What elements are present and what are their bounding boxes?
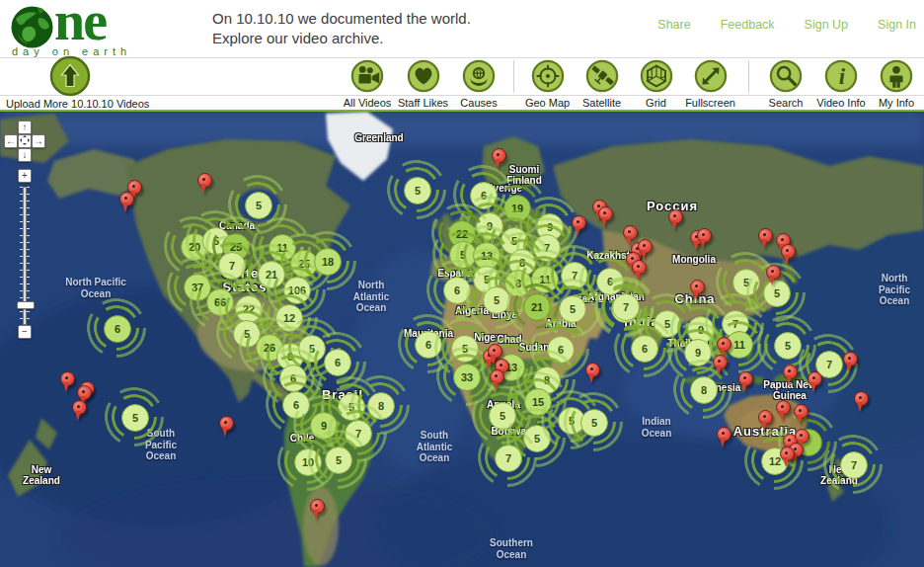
video-pin-marker[interactable] <box>783 364 798 379</box>
cluster-count: 5 <box>404 177 431 204</box>
pan-left-button[interactable]: ← <box>4 134 18 148</box>
zoom-slider-handle[interactable] <box>17 301 35 309</box>
toolbar-item-satellite[interactable]: Satellite <box>575 58 629 109</box>
heart-icon <box>407 58 440 94</box>
header-links: ShareFeedbackSign UpSign In <box>657 18 916 32</box>
toolbar-item-label: Staff Likes <box>398 97 448 109</box>
cluster-count: 5 <box>580 409 608 437</box>
video-pin-marker[interactable] <box>585 363 600 377</box>
video-pin-marker[interactable] <box>310 499 325 514</box>
video-pin-marker[interactable] <box>572 215 586 230</box>
toolbar-item-label: Grid <box>646 97 666 109</box>
video-pin-marker[interactable] <box>795 429 809 444</box>
link-sign-up[interactable]: Sign Up <box>805 18 848 32</box>
toolbar-item-video-info[interactable]: iVideo Info <box>813 58 869 109</box>
header: ne day on earth On 10.10.10 we documente… <box>0 0 924 58</box>
toolbar-item-label: Geo Map <box>525 97 570 109</box>
cluster-count: 5 <box>121 404 149 432</box>
map-place-label: Greenland <box>354 132 403 143</box>
toolbar-item-label: My Info <box>879 97 914 109</box>
svg-text:i: i <box>839 64 846 89</box>
cluster-count: 6 <box>104 315 131 343</box>
toolbar-group-filters: All VideosStaff LikesCauses <box>340 58 506 109</box>
zoom-in-button[interactable]: + <box>18 169 32 183</box>
toolbar-group-divider <box>513 60 514 93</box>
video-pin-marker[interactable] <box>690 280 705 294</box>
link-sign-in[interactable]: Sign In <box>878 18 916 32</box>
video-pin-marker[interactable] <box>488 344 502 359</box>
cluster-count: 6 <box>631 335 658 363</box>
ocean-label: South Atlantic Ocean <box>417 430 453 464</box>
pan-up-button[interactable]: ↑ <box>18 121 32 134</box>
move-icon <box>20 135 30 145</box>
video-pin-marker[interactable] <box>492 148 506 163</box>
video-pin-marker[interactable] <box>781 244 796 259</box>
toolbar-item-causes[interactable]: Causes <box>451 58 506 109</box>
video-pin-marker[interactable] <box>713 355 728 369</box>
video-pin-marker[interactable] <box>119 192 134 206</box>
video-pin-marker[interactable] <box>72 400 87 415</box>
video-pin-marker[interactable] <box>843 352 858 366</box>
ocean-label: North Pacific Ocean <box>65 277 126 299</box>
video-pin-marker[interactable] <box>758 228 773 243</box>
toolbar-item-label: Search <box>769 97 804 109</box>
video-pin-marker[interactable] <box>776 400 791 415</box>
video-pin-marker[interactable] <box>638 239 653 254</box>
cluster-count: 5 <box>325 446 352 474</box>
video-pin-marker[interactable] <box>854 391 869 406</box>
video-pin-marker[interactable] <box>632 260 647 275</box>
cluster-count: 7 <box>495 445 522 472</box>
video-pin-marker[interactable] <box>623 225 638 240</box>
toolbar-item-label: Satellite <box>582 97 621 109</box>
video-pin-marker[interactable] <box>758 410 773 425</box>
toolbar-item-my-info[interactable]: My Info <box>869 58 924 109</box>
video-pin-marker[interactable] <box>794 404 808 419</box>
pan-right-button[interactable]: → <box>32 134 45 148</box>
video-pin-marker[interactable] <box>697 228 712 243</box>
video-pin-marker[interactable] <box>219 416 234 431</box>
video-pin-marker[interactable] <box>77 385 92 400</box>
person-icon <box>880 58 913 94</box>
ocean-label: North Atlantic Ocean <box>353 280 390 314</box>
video-pin-marker[interactable] <box>598 206 613 221</box>
cluster-count: 7 <box>840 451 868 479</box>
pan-down-button[interactable]: ↓ <box>18 148 32 162</box>
video-pin-marker[interactable] <box>668 209 683 224</box>
ocean-label: Indian Ocean <box>642 416 672 439</box>
page: ne day on earth On 10.10.10 we documente… <box>0 0 924 567</box>
pan-center-button[interactable] <box>18 134 32 148</box>
video-pin-marker[interactable] <box>808 371 822 386</box>
toolbar: Upload More 10.10.10 Videos All VideosSt… <box>0 58 924 112</box>
toolbar-item-label: Causes <box>460 97 497 109</box>
link-share[interactable]: Share <box>657 18 690 32</box>
toolbar-item-search[interactable]: Search <box>758 58 813 109</box>
video-pin-marker[interactable] <box>780 446 795 461</box>
toolbar-item-label: Video Info <box>816 97 865 109</box>
toolbar-item-grid[interactable]: Grid <box>629 58 683 109</box>
magnifier-icon <box>769 58 803 94</box>
satellite-icon <box>585 58 619 94</box>
video-pin-marker[interactable] <box>738 371 753 386</box>
hands-globe-icon <box>462 58 496 94</box>
video-pin-marker[interactable] <box>766 265 781 280</box>
upload-more-label[interactable]: Upload More 10.10.10 Videos <box>6 98 149 110</box>
map-place-label: New Zealand <box>23 464 60 486</box>
video-pin-marker[interactable] <box>717 337 732 352</box>
cluster-count: 6 <box>324 349 351 376</box>
cluster-count: 8 <box>690 376 718 404</box>
toolbar-item-fullscreen[interactable]: Fullscreen <box>683 58 737 109</box>
link-feedback[interactable]: Feedback <box>721 18 775 32</box>
fullscreen-arrow-icon <box>694 58 728 94</box>
video-pin-marker[interactable] <box>717 427 732 442</box>
toolbar-item-all-videos[interactable]: All Videos <box>340 58 395 109</box>
upload-button[interactable] <box>49 55 89 95</box>
toolbar-item-staff-likes[interactable]: Staff Likes <box>396 58 451 109</box>
zoom-out-button[interactable]: − <box>18 325 32 339</box>
site-logo[interactable]: ne day on earth <box>8 3 205 56</box>
toolbar-item-label: Fullscreen <box>685 97 735 109</box>
tagline-line2: Explore our video archive. <box>212 29 471 48</box>
video-pin-marker[interactable] <box>60 371 75 386</box>
video-pin-marker[interactable] <box>197 173 212 188</box>
video-pin-marker[interactable] <box>490 369 504 384</box>
toolbar-item-geo-map[interactable]: Geo Map <box>520 58 575 109</box>
